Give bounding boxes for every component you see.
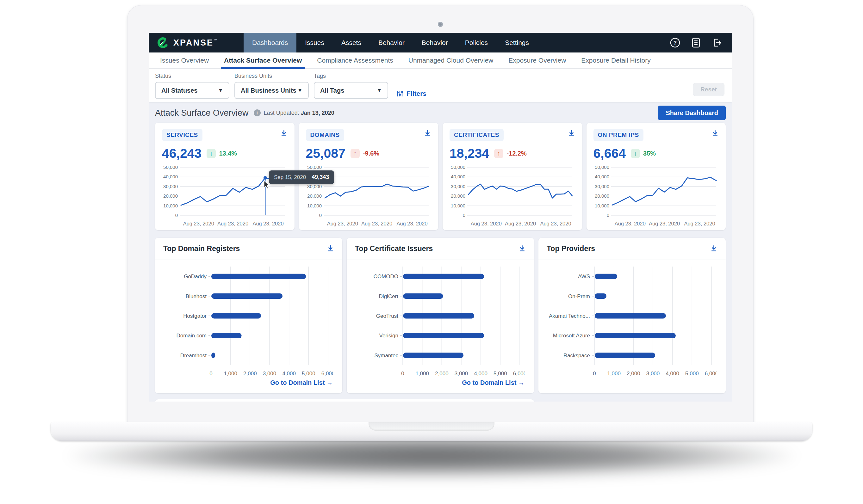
nav-item-issues[interactable]: Issues <box>297 33 333 52</box>
bar-akamai-techno <box>595 313 666 319</box>
stat-label: SERVICES <box>162 129 202 141</box>
download-icon[interactable] <box>710 245 717 253</box>
svg-text:50,000: 50,000 <box>595 164 609 170</box>
stat-value: 46,243 <box>162 146 201 161</box>
svg-text:DigiCert: DigiCert <box>379 293 399 300</box>
card-title: Top Domain Registers <box>163 244 240 253</box>
release-notes-icon[interactable] <box>690 37 702 48</box>
card-title: Top Certificate Issuers <box>355 244 433 253</box>
svg-text:GoDaddy: GoDaddy <box>184 274 207 279</box>
stat-change: -12.2% <box>506 150 526 157</box>
filter-bar: Status All Statuses ▼ Business Units All… <box>149 69 732 102</box>
svg-text:20,000: 20,000 <box>307 193 322 199</box>
app-window: XPANSE™ DashboardsIssuesAssetsBehaviorBe… <box>149 33 732 402</box>
svg-text:5,000: 5,000 <box>302 370 315 377</box>
tab-unmanaged-cloud-overview[interactable]: Unmanaged Cloud Overview <box>401 52 501 68</box>
bar-bluehost <box>211 293 283 299</box>
download-icon[interactable] <box>712 130 719 138</box>
svg-text:COMODO: COMODO <box>374 274 398 279</box>
page: XPANSE™ DashboardsIssuesAssetsBehaviorBe… <box>0 0 863 504</box>
svg-text:5,000: 5,000 <box>493 370 507 377</box>
svg-text:Aug 23, 2020: Aug 23, 2020 <box>540 221 571 226</box>
nav-item-policies[interactable]: Policies <box>456 33 496 52</box>
svg-text:Domain.com: Domain.com <box>176 332 207 339</box>
share-dashboard-button[interactable]: Share Dashboard <box>658 105 726 120</box>
bar-card-row: Top Domain Registers 01,0002,0003,0004,0… <box>155 238 726 393</box>
svg-text:10,000: 10,000 <box>451 203 465 209</box>
tags-filter-label: Tags <box>314 73 388 79</box>
bar-microsoft-azure <box>595 333 676 338</box>
go-to-domain-list-link[interactable]: Go to Domain List → <box>462 379 525 386</box>
tab-exposure-detail-history[interactable]: Exposure Detail History <box>574 52 658 68</box>
status-select[interactable]: All Statuses ▼ <box>155 82 229 99</box>
svg-text:Hostgator: Hostgator <box>183 313 207 319</box>
nav-item-assets[interactable]: Assets <box>333 33 370 52</box>
chart-tooltip: Sep 15, 2020 49,343 <box>269 171 334 184</box>
svg-text:6,000: 6,000 <box>513 370 525 377</box>
nav-item-behavior[interactable]: Behavior <box>370 33 413 52</box>
next-row-card-partial <box>155 399 534 402</box>
bar-domain-com <box>211 333 242 338</box>
help-icon[interactable]: ? <box>670 37 681 48</box>
svg-text:2,000: 2,000 <box>243 370 257 377</box>
go-to-domain-list-link[interactable]: Go to Domain List → <box>270 379 333 386</box>
download-icon[interactable] <box>568 130 575 138</box>
webcam-dot <box>438 22 443 27</box>
stat-label: CERTIFICATES <box>450 129 504 141</box>
bar-digicert <box>403 293 443 299</box>
filters-button[interactable]: Filters <box>396 90 426 97</box>
svg-text:Aug 23, 2020: Aug 23, 2020 <box>614 221 645 226</box>
page-title: Attack Surface Overview <box>155 108 249 118</box>
last-updated-value: Jan 13, 2020 <box>301 110 334 116</box>
laptop-base-notch <box>368 422 495 431</box>
bar-comodo <box>403 274 484 279</box>
svg-text:30,000: 30,000 <box>451 184 465 189</box>
svg-text:10,000: 10,000 <box>163 203 178 209</box>
svg-text:Aug 23, 2020: Aug 23, 2020 <box>684 221 715 226</box>
trend-arrow-icon: ↑ <box>351 149 360 158</box>
svg-text:AWS: AWS <box>578 274 590 279</box>
trend-arrow-icon: ↓ <box>631 149 640 158</box>
logout-icon[interactable] <box>711 37 723 48</box>
card-top-providers: Top Providers 01,0002,0003,0004,0005,000… <box>538 238 726 393</box>
stat-card-services: SERVICES 46,243 ↓ 13.4% 010,00020,00030,… <box>155 123 295 230</box>
nav-item-behavior[interactable]: Behavior <box>413 33 456 52</box>
tab-issues-overview[interactable]: Issues Overview <box>152 52 216 68</box>
svg-text:3,000: 3,000 <box>454 370 468 377</box>
nav-item-settings[interactable]: Settings <box>496 33 537 52</box>
stat-card-on-prem-ips: ON PREM IPS 6,664 ↓ 35% 010,00020,00030,… <box>587 123 726 230</box>
brand-trademark: ™ <box>214 38 217 42</box>
business-units-select[interactable]: All Business Units ▼ <box>235 82 309 99</box>
reset-button[interactable]: Reset <box>693 83 724 96</box>
svg-text:Microsoft Azure: Microsoft Azure <box>553 332 590 339</box>
download-icon[interactable] <box>424 130 431 138</box>
download-icon[interactable] <box>280 130 288 138</box>
horizontal-bar-chart: 01,0002,0003,0004,0005,0006,000AWSOn-Pre… <box>546 262 716 381</box>
svg-text:Symantec: Symantec <box>374 353 398 358</box>
trend-line-chart: 010,00020,00030,00040,00050,000Aug 23, 2… <box>593 163 718 230</box>
svg-text:6,000: 6,000 <box>322 370 333 377</box>
tab-compliance-assessments[interactable]: Compliance Assessments <box>309 52 400 68</box>
bar-aws <box>595 274 617 279</box>
download-icon[interactable] <box>327 245 334 253</box>
svg-text:30,000: 30,000 <box>595 184 609 189</box>
card-top-certificate-issuers: Top Certificate Issuers 01,0002,0003,000… <box>347 238 534 393</box>
info-icon[interactable]: i <box>254 110 261 116</box>
bar-on-prem <box>595 293 606 299</box>
nav-right-icons: ? <box>670 33 732 52</box>
svg-text:40,000: 40,000 <box>451 174 465 179</box>
tags-select[interactable]: All Tags ▼ <box>314 82 388 99</box>
nav-item-dashboards[interactable]: Dashboards <box>243 33 297 52</box>
download-icon[interactable] <box>518 245 526 253</box>
trend-chart-wrap: 010,00020,00030,00040,00050,000Aug 23, 2… <box>450 163 575 231</box>
tab-exposure-overview[interactable]: Exposure Overview <box>501 52 574 68</box>
svg-text:20,000: 20,000 <box>595 193 609 199</box>
laptop-base <box>51 422 812 441</box>
horizontal-bar-chart: 01,0002,0003,0004,0005,0006,000GoDaddyBl… <box>162 262 333 381</box>
bar-hostgator <box>211 313 261 319</box>
stat-change: 13.4% <box>219 150 237 157</box>
svg-text:4,000: 4,000 <box>282 370 296 377</box>
svg-text:0: 0 <box>175 213 178 218</box>
svg-text:30,000: 30,000 <box>307 184 322 189</box>
tab-attack-surface-overview[interactable]: Attack Surface Overview <box>216 52 309 68</box>
